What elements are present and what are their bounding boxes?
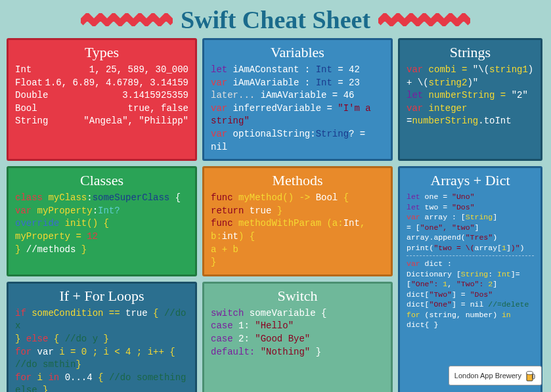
code-line: let numberString = "2": [407, 89, 534, 102]
switch-body: switch someVariable { case 1: "Hello" ca…: [211, 307, 384, 359]
card-title: Variables: [211, 44, 384, 61]
code-line: Dictionary [String: Int]=: [407, 269, 534, 280]
code-line: }: [211, 256, 384, 269]
loops-body: if someCondition == true { //do x } else…: [15, 307, 188, 392]
code-line: for var i = 0 ; i < 4 ; i++ { //do smthi…: [15, 346, 188, 372]
code-line: return true }: [211, 205, 384, 218]
variables-card: Variables let iAmAConstant : Int = 42var…: [202, 38, 393, 161]
card-title: Arrays + Dict: [407, 172, 534, 189]
code-line: myProperty = 12: [15, 230, 188, 244]
footer: London App Brewery: [449, 366, 542, 385]
code-line: let iAmAConstant : Int = 42: [211, 64, 384, 77]
svg-rect-1: [533, 374, 535, 379]
code-line: var inferredVariable = "I'm a string": [211, 102, 384, 128]
header: Swift Cheat Sheet: [7, 5, 544, 34]
code-line: if someCondition == true { //do x: [15, 307, 188, 333]
code-line: default: "Nothing" }: [211, 346, 384, 359]
code-line: Float1.6, 6.89, 4.6789, 3.14159: [15, 77, 188, 90]
types-body: Int1, 25, 589, 30_000Float1.6, 6.89, 4.6…: [15, 64, 188, 128]
code-line: =numberString.toInt: [407, 115, 534, 128]
types-card: Types Int1, 25, 589, 30_000Float1.6, 6.8…: [7, 38, 197, 161]
classes-body: class myClass:someSuperClass { var myPro…: [15, 192, 188, 256]
brewery-badge: London App Brewery: [449, 366, 542, 385]
classes-card: Classes class myClass:someSuperClass { v…: [7, 166, 197, 276]
code-line: override init() {: [15, 217, 188, 230]
arrays-body: let one = "Uno"let two = "Dos"var array …: [407, 192, 534, 330]
card-title: Classes: [15, 172, 188, 189]
svg-point-2: [527, 372, 533, 375]
code-line: dict["Two"] = "Dos": [407, 290, 534, 300]
divider: [407, 255, 534, 256]
strings-card: Strings var combi = "\(string1)+ \(strin…: [398, 38, 542, 161]
code-line: func methodWithParam (a:Int, b:int) {: [211, 217, 384, 243]
arrays-card: Arrays + Dict let one = "Uno"let two = "…: [398, 166, 542, 392]
code-line: Double3.1415925359: [15, 89, 188, 102]
code-line: for (string, number) in dict{ }: [407, 310, 534, 330]
code-line: func myMethod() -> Bool {: [211, 192, 384, 205]
brewery-label: London App Brewery: [454, 372, 521, 380]
code-line: = ["one", "two"]: [407, 223, 534, 233]
methods-body: func myMethod() -> Bool { return true }f…: [211, 192, 384, 269]
code-line: case 2: "Good Bye": [211, 333, 384, 346]
code-line: String"Angela", "Philipp": [15, 115, 188, 128]
code-line: case 1: "Hello": [211, 320, 384, 333]
code-line: var combi = "\(string1): [407, 64, 534, 77]
code-line: let two = "Dos": [407, 202, 534, 213]
code-line: let one = "Uno": [407, 192, 534, 202]
code-line: array.append("Tres"): [407, 232, 534, 243]
code-line: var myProperty:Int?: [15, 205, 188, 218]
code-line: switch someVariable {: [211, 307, 384, 320]
code-line: class myClass:someSuperClass {: [15, 192, 188, 205]
code-line: var optionalString:String? = nil: [211, 128, 384, 154]
code-line: dict["One"] = nil //=delete: [407, 299, 534, 310]
code-line: print("two = \(array[1])"): [407, 243, 534, 253]
code-line: var integer: [407, 102, 534, 116]
methods-card: Methods func myMethod() -> Bool { return…: [202, 166, 393, 276]
card-title: Types: [15, 44, 188, 61]
card-title: If + For Loops: [15, 288, 188, 305]
code-line: Int1, 25, 589, 30_000: [15, 64, 188, 77]
code-line: } //methods }: [15, 244, 188, 257]
card-title: Strings: [407, 44, 534, 61]
code-line: for i in 0...4 { //do something else }: [15, 372, 188, 392]
card-title: Methods: [211, 172, 384, 189]
code-line: var iAmAVariable : Int = 23: [211, 77, 384, 90]
card-title: Switch: [211, 288, 384, 305]
zigzag-right-icon: [378, 13, 470, 26]
variables-body: let iAmAConstant : Int = 42var iAmAVaria…: [211, 64, 384, 154]
code-line: ["One": 1, "Two": 2]: [407, 279, 534, 290]
code-line: later... iAmAVariable = 46: [211, 89, 384, 102]
arrays-section1: let one = "Uno"let two = "Dos"var array …: [407, 192, 534, 253]
code-line: + \(string2)": [407, 77, 534, 90]
switch-card: Switch switch someVariable { case 1: "He…: [202, 282, 393, 392]
beer-icon: [525, 369, 536, 382]
strings-body: var combi = "\(string1)+ \(string2)"let …: [407, 64, 534, 128]
card-grid: Types Int1, 25, 589, 30_000Float1.6, 6.8…: [7, 38, 544, 392]
code-line: var array : [String]: [407, 212, 534, 223]
code-line: } else { //do y }: [15, 333, 188, 346]
code-line: Booltrue, false: [15, 102, 188, 116]
page-title: Swift Cheat Sheet: [181, 5, 370, 34]
code-line: var dict :: [407, 259, 534, 269]
zigzag-left-icon: [81, 13, 173, 26]
loops-card: If + For Loops if someCondition == true …: [7, 282, 197, 392]
arrays-section2: var dict :Dictionary [String: Int]=["One…: [407, 259, 534, 330]
code-line: a + b: [211, 244, 384, 257]
